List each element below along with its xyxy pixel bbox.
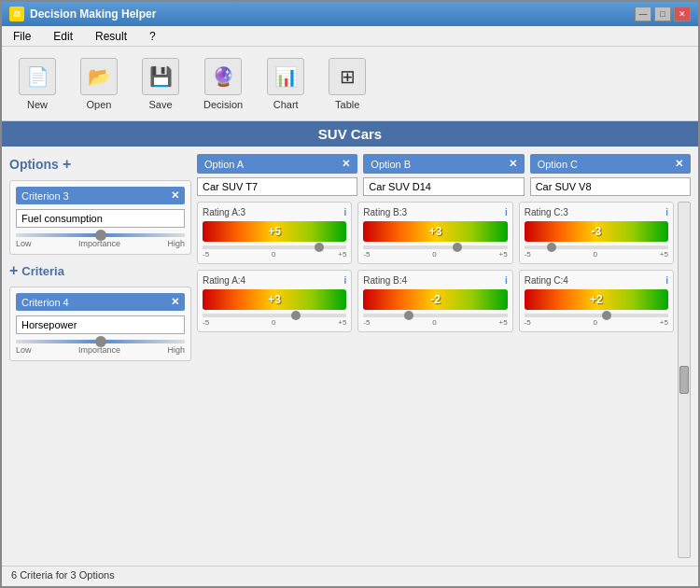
- rating-a4-info-icon: i: [344, 275, 347, 286]
- criteria-header: + Criteria: [9, 260, 191, 281]
- chart-icon: 📊: [267, 58, 304, 95]
- rating-c4-header: Rating C:4 i: [525, 275, 668, 286]
- option-c-remove-button[interactable]: ✕: [675, 158, 683, 170]
- option-c-name-input[interactable]: [530, 177, 691, 196]
- chart-button[interactable]: 📊 Chart: [259, 54, 312, 114]
- table-label: Table: [335, 99, 359, 110]
- options-row: Option A ✕ Option B ✕ Option C ✕: [197, 154, 691, 196]
- status-text: 6 Criteria for 3 Options: [11, 569, 115, 581]
- rating-b3-slider-area: -5 0 +5: [363, 245, 507, 259]
- new-button[interactable]: 📄 New: [11, 54, 63, 114]
- option-b-remove-button[interactable]: ✕: [509, 158, 517, 170]
- open-icon: 📂: [80, 58, 118, 95]
- rating-c3-header: Rating C:3 i: [525, 207, 668, 217]
- rating-c3-value: -3: [591, 225, 601, 238]
- menu-edit[interactable]: Edit: [49, 29, 77, 44]
- ratings-row-4: Rating A:4 i +3 -5 0: [197, 270, 674, 332]
- rating-b4-label: Rating B:4: [363, 275, 407, 286]
- rating-a4-value: +3: [268, 293, 281, 306]
- rating-a4-slider[interactable]: [203, 314, 346, 317]
- right-panel: Option A ✕ Option B ✕ Option C ✕: [197, 154, 691, 558]
- new-icon: 📄: [19, 58, 56, 95]
- maximize-button[interactable]: □: [654, 7, 671, 21]
- criterion-3-remove-button[interactable]: ✕: [171, 189, 179, 202]
- rating-b4-bar: -2: [363, 289, 507, 310]
- open-button[interactable]: 📂 Open: [73, 54, 125, 114]
- rating-b4-slider-area: -5 0 +5: [363, 314, 507, 327]
- document-title: SUV Cars: [2, 121, 698, 147]
- option-a-remove-button[interactable]: ✕: [342, 158, 350, 170]
- main-window: ⚖ Decision Making Helper — □ ✕ File Edit…: [0, 0, 700, 588]
- rating-c3-slider-area: -5 0 +5: [525, 245, 668, 259]
- scrollbar-thumb[interactable]: [679, 366, 689, 394]
- criterion-4-header: Criterion 4 ✕: [16, 293, 185, 311]
- open-label: Open: [87, 99, 112, 110]
- rating-a4-card: Rating A:4 i +3 -5 0: [197, 270, 352, 332]
- rating-c4-info-icon: i: [665, 275, 668, 286]
- criterion-3-name-input[interactable]: [16, 209, 185, 228]
- option-a-card: Option A ✕: [197, 154, 357, 196]
- rating-a4-label: Rating A:4: [203, 275, 245, 286]
- rating-c3-card: Rating C:3 i -3 -5 0: [519, 202, 674, 264]
- criterion-3-slider-container: Low Importance High: [16, 233, 185, 248]
- ratings-row-3: Rating A:3 i +5 -5 0: [197, 202, 674, 264]
- rating-b3-card: Rating B:3 i +3 -5 0: [357, 202, 512, 264]
- option-b-header: Option B ✕: [363, 154, 524, 174]
- rating-b4-slider[interactable]: [363, 314, 507, 317]
- rating-b4-value: -2: [430, 293, 441, 306]
- menu-file[interactable]: File: [9, 29, 35, 44]
- option-b-name-input[interactable]: [363, 177, 524, 196]
- rating-c4-value: +2: [590, 293, 603, 306]
- rating-a3-slider-area: -5 0 +5: [203, 245, 346, 259]
- vertical-scrollbar[interactable]: [678, 202, 691, 558]
- criterion-4-name-input[interactable]: [16, 315, 185, 334]
- rating-a4-bar: +3: [203, 289, 346, 310]
- table-button[interactable]: ⊞ Table: [321, 54, 373, 114]
- option-b-card: Option B ✕: [363, 154, 524, 196]
- rating-a3-value: +5: [268, 225, 281, 238]
- rating-b3-slider[interactable]: [363, 245, 507, 249]
- ratings-area: Rating A:3 i +5 -5 0: [197, 202, 691, 558]
- rating-a3-info-icon: i: [344, 207, 347, 217]
- title-bar-left: ⚖ Decision Making Helper: [9, 7, 156, 21]
- rating-a3-slider[interactable]: [203, 245, 346, 249]
- criterion-4-importance-slider[interactable]: [16, 340, 185, 343]
- chart-label: Chart: [273, 99, 299, 110]
- add-criteria-button[interactable]: +: [9, 262, 18, 279]
- menu-help[interactable]: ?: [146, 29, 160, 44]
- option-b-label: Option B: [371, 159, 411, 170]
- decision-button[interactable]: 🔮 Decision: [196, 54, 250, 114]
- rating-a4-header: Rating A:4 i: [203, 275, 346, 286]
- rating-c3-info-icon: i: [665, 207, 668, 217]
- rating-a3-label: Rating A:3: [203, 207, 245, 217]
- save-button[interactable]: 💾 Save: [134, 54, 187, 114]
- rating-c4-label: Rating C:4: [525, 275, 568, 286]
- rating-a4-scale: -5 0 +5: [203, 318, 346, 327]
- new-label: New: [27, 99, 48, 110]
- criterion-4-block: Criterion 4 ✕ Low Importance High: [9, 287, 191, 361]
- rating-b3-bar: +3: [363, 221, 507, 242]
- close-button[interactable]: ✕: [674, 7, 691, 21]
- criterion-4-label: Criterion 4: [21, 297, 69, 308]
- rating-b4-header: Rating B:4 i: [363, 275, 507, 286]
- rating-c4-slider[interactable]: [525, 314, 668, 317]
- menu-bar: File Edit Result ?: [2, 26, 698, 47]
- menu-result[interactable]: Result: [91, 29, 131, 44]
- rating-c3-bar: -3: [525, 221, 668, 242]
- window-controls: — □ ✕: [635, 7, 691, 21]
- criterion-3-importance-slider[interactable]: [16, 233, 185, 237]
- rating-a3-bar: +5: [203, 221, 346, 242]
- criterion-4-slider-container: Low Importance High: [16, 340, 185, 355]
- criterion-4-remove-button[interactable]: ✕: [171, 296, 179, 308]
- add-option-button[interactable]: +: [63, 156, 71, 173]
- option-a-name-input[interactable]: [197, 177, 357, 196]
- rating-b4-card: Rating B:4 i -2 -5 0: [357, 270, 512, 332]
- minimize-button[interactable]: —: [635, 7, 651, 21]
- rating-c3-slider[interactable]: [525, 245, 668, 249]
- rating-c4-scale: -5 0 +5: [525, 318, 668, 327]
- title-bar: ⚖ Decision Making Helper — □ ✕: [2, 2, 698, 26]
- rating-a3-card: Rating A:3 i +5 -5 0: [197, 202, 352, 264]
- rating-b3-value: +3: [429, 225, 442, 238]
- criterion-4-slider-labels: Low Importance High: [16, 345, 185, 355]
- table-icon: ⊞: [329, 58, 366, 95]
